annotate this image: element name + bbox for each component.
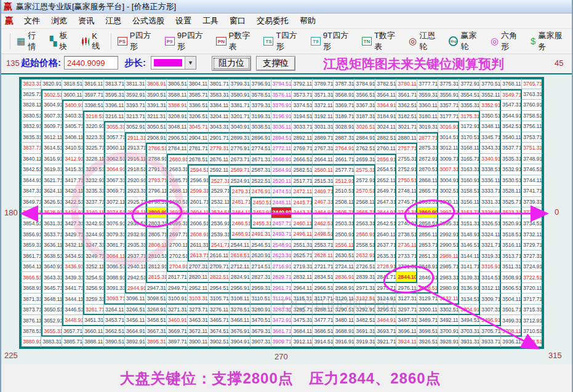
grid-cell: 2700.11 — [167, 240, 188, 251]
menu-item[interactable]: 文件 — [18, 14, 46, 27]
grid-cell: 3076.91 — [104, 218, 125, 230]
toolbar-item[interactable]: P99P四方形 — [161, 28, 213, 55]
grid-cell: 3866.51 — [20, 272, 41, 283]
menu-item[interactable]: 帮助 — [294, 14, 321, 27]
grid-cell: 2450.51 — [250, 197, 271, 208]
grid-cell: 2517.71 — [292, 175, 313, 186]
step-combobox[interactable]: ▼ — [151, 56, 196, 70]
support-button[interactable]: 支撑位 — [256, 56, 295, 71]
menu-item[interactable]: 公式选股 — [127, 14, 170, 27]
grid-cell: 3590.51 — [146, 89, 167, 100]
grid-cell: 3513.71 — [501, 250, 522, 262]
grid-cell: 3453.71 — [104, 315, 125, 326]
grid-cell: 3657.71 — [62, 326, 83, 337]
grid-cell: 2529.71 — [209, 186, 230, 197]
grid-cell: 3199.31 — [250, 111, 271, 122]
combo-dropdown-icon[interactable]: ▼ — [185, 57, 196, 69]
grid-cell: 3319.31 — [480, 250, 501, 262]
grid-cell: 2568.11 — [355, 197, 375, 208]
grid-cell: 3436.91 — [62, 262, 83, 273]
menu-item[interactable]: 浏览 — [46, 14, 73, 27]
grid-cell: 3338.51 — [480, 164, 501, 175]
toolbar-item-label: 赢家轮 — [460, 30, 483, 52]
grid-cell: 3609.71 — [41, 121, 62, 132]
grid-cell: 3050.51 — [146, 121, 167, 132]
grid-cell: 3559.31 — [417, 89, 438, 100]
grid-cell: 3739.31 — [522, 197, 543, 208]
toolbar-item[interactable]: ▦行情 — [13, 28, 46, 55]
hexagon-icon: ◎ — [491, 37, 499, 46]
menu-item[interactable]: 江恩 — [100, 14, 127, 27]
grid-cell: 2870.51 — [417, 164, 438, 175]
grid-cell: 3628.91 — [41, 207, 62, 218]
toolbar-item[interactable]: T99T四方形 — [307, 28, 358, 55]
start-price-input[interactable] — [64, 56, 118, 70]
grid-cell: 2865.71 — [417, 186, 438, 197]
toolbar-item[interactable]: Big赢家轮 — [445, 28, 487, 55]
grid-cell: 2973.71 — [375, 283, 396, 294]
grid-cell: 3895.31 — [146, 337, 167, 348]
grid-cell: 3856.91 — [20, 229, 41, 240]
grid-cell: 3492.11 — [438, 315, 459, 326]
grid-cell: 3422.51 — [62, 197, 83, 208]
toolbar-item[interactable]: TST四方形 — [260, 28, 307, 55]
grid-cell: 3168.11 — [459, 143, 480, 154]
grid-cell: 2445.71 — [292, 197, 313, 208]
grid-cell: 3748.91 — [522, 154, 543, 165]
grid-cell: 2928.11 — [125, 207, 146, 218]
grid-cell: 3912.11 — [292, 337, 313, 348]
grid-cell: 3907.31 — [250, 337, 271, 348]
grid-cell: 2712.11 — [230, 262, 250, 273]
grid-cell: 3772.91 — [459, 78, 480, 89]
grid-cell: 3643.31 — [41, 272, 62, 283]
menu-item[interactable]: 设置 — [170, 14, 197, 27]
toolbar-item[interactable]: ▚板块 — [46, 28, 78, 55]
grid-cell: 3626.51 — [41, 197, 62, 208]
grid-cell: 3264.11 — [104, 305, 125, 316]
grid-cell: 3892.91 — [125, 337, 146, 348]
grid-cell: 2702.51 — [167, 250, 188, 262]
grid-cell: 3871.31 — [20, 294, 41, 305]
grid-cell: 2731.31 — [396, 262, 417, 273]
grid-cell: 3835.31 — [20, 132, 41, 143]
toolbar-item[interactable]: ◎江恩轮 — [405, 28, 445, 55]
grid-cell: 3832.91 — [20, 121, 41, 132]
toolbar-item[interactable]: K线 — [78, 29, 108, 54]
grid-cell: 2848.91 — [417, 262, 438, 273]
grid-cell: 2949.71 — [167, 283, 188, 294]
grid-cell: 2822.51 — [209, 272, 230, 283]
toolbar-separator — [111, 33, 111, 49]
grid-cell: 2745.71 — [396, 197, 417, 208]
menu-item[interactable]: 工具 — [197, 14, 224, 27]
grid-cell: 3307.31 — [480, 305, 501, 316]
toolbar-item[interactable]: TNT数字表 — [358, 28, 405, 55]
grid-cell: 2863.31 — [417, 197, 438, 208]
grid-cell: 2940.11 — [125, 262, 146, 273]
grid-cell: 2534.51 — [209, 207, 230, 218]
toolbar-item[interactable]: ◎六角形 — [487, 28, 527, 55]
resistance-button[interactable]: 阻力位 — [212, 56, 251, 71]
grid-cell: 2462.51 — [313, 218, 334, 230]
grid-cell: 3040.91 — [230, 121, 250, 132]
grid-cell: 3660.11 — [83, 326, 104, 337]
grid-cell: 3451.31 — [83, 315, 104, 326]
grid-cell: 3350.51 — [480, 111, 501, 122]
grid-cell: 3201.71 — [230, 111, 250, 122]
menu-item[interactable]: 窗口 — [224, 14, 251, 27]
menu-item[interactable]: 交易委托 — [251, 14, 294, 27]
grid-cell: 3364.91 — [375, 100, 396, 111]
menu-item[interactable]: 资讯 — [73, 14, 100, 27]
grid-cell: 3727.31 — [522, 250, 543, 262]
angle-label-90: 90 — [278, 58, 287, 67]
toolbar-item[interactable]: $赢家服务 — [527, 28, 572, 55]
grid-cell: 2769.71 — [292, 143, 313, 154]
grid-cell: 3511.31 — [501, 262, 522, 273]
toolbar-item[interactable]: PSP四方形 — [114, 28, 161, 55]
grid-cell: 3926.51 — [417, 337, 438, 348]
grid-cell: 3427.31 — [62, 218, 83, 230]
grid-cell: 3465.71 — [209, 315, 230, 326]
grid-cell: 3172.91 — [459, 121, 480, 132]
grid-cell: 3688.91 — [334, 326, 355, 337]
grid-cell: 3916.91 — [334, 337, 355, 348]
toolbar-item[interactable]: PNP数字表 — [212, 28, 260, 55]
